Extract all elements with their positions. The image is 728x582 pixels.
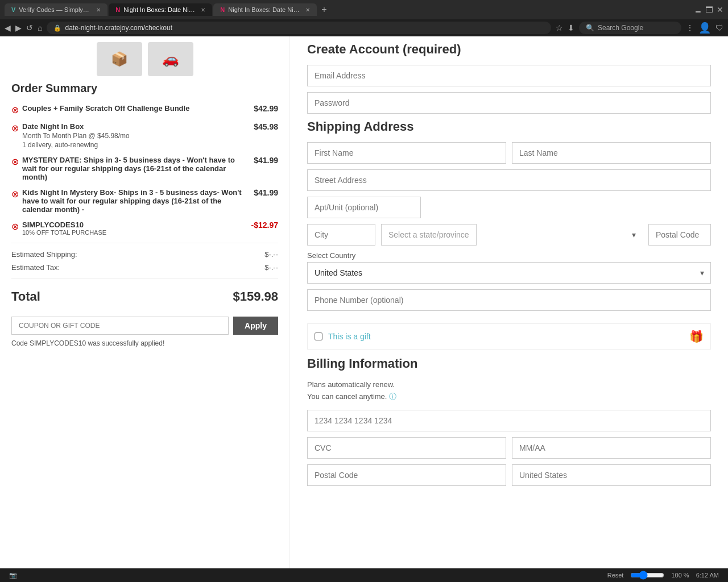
item-2-price: $45.98 xyxy=(254,122,278,131)
country-select[interactable]: United States xyxy=(307,262,711,284)
home-button[interactable]: ⌂ xyxy=(38,23,42,32)
first-name-field[interactable] xyxy=(307,142,506,164)
item-1-price: $42.99 xyxy=(254,104,278,113)
item-4-price: $41.99 xyxy=(254,188,278,197)
estimated-tax-label: Estimated Tax: xyxy=(11,263,60,272)
item-2-sub: Month To Month Plan @ $45.98/mo xyxy=(22,132,249,140)
discount-code: SIMPLYCODES10 xyxy=(22,221,106,229)
estimated-tax-value: $-.-- xyxy=(264,263,278,272)
zoom-slider[interactable] xyxy=(630,571,664,576)
tab-night-boxes-2[interactable]: N Night In Boxes: Date Night... ✕ xyxy=(213,3,317,16)
divider-2 xyxy=(11,278,278,279)
last-name-field[interactable] xyxy=(512,142,711,164)
new-tab-button[interactable]: + xyxy=(318,3,330,16)
password-field[interactable] xyxy=(307,92,711,114)
billing-postal-country-row xyxy=(307,464,711,486)
lock-icon: 🔒 xyxy=(53,24,61,32)
country-select-wrapper: United States xyxy=(307,262,711,284)
status-bar: 📷 Reset 100 % 6:12 AM xyxy=(0,568,728,576)
city-state-postal-row: Select a state/province xyxy=(307,224,711,246)
menu-button[interactable]: ⋮ xyxy=(686,23,694,32)
billing-sub2: You can cancel anytime. xyxy=(307,392,387,401)
name-row xyxy=(307,142,711,164)
search-placeholder: Search Google xyxy=(598,24,643,32)
search-icon: 🔍 xyxy=(586,24,594,32)
email-field[interactable] xyxy=(307,65,711,86)
expiry-field[interactable] xyxy=(512,437,711,459)
total-label: Total xyxy=(11,289,40,304)
time-display: 6:12 AM xyxy=(696,572,719,576)
billing-title: Billing Information xyxy=(307,356,711,371)
search-bar[interactable]: 🔍 Search Google xyxy=(579,22,681,34)
tab-close-night2[interactable]: ✕ xyxy=(305,7,310,13)
close-button[interactable]: ✕ xyxy=(717,5,723,14)
address-bar[interactable]: 🔒 date-night-in.cratejoy.com/checkout xyxy=(47,22,551,34)
tab-favicon-verify: V xyxy=(11,6,15,13)
status-right: Reset 100 % 6:12 AM xyxy=(607,571,719,576)
extension-icon[interactable]: 🛡 xyxy=(715,23,723,32)
apply-button[interactable]: Apply xyxy=(233,317,278,335)
left-panel: 📦 🚗 Order Summary ⊗ Couples + Family Scr… xyxy=(0,36,290,576)
reload-button[interactable]: ↺ xyxy=(26,23,33,32)
tab-verify-codes[interactable]: V Verify Codes — SimplyCod... ✕ xyxy=(5,3,107,16)
card-cvc-expiry-row xyxy=(307,437,711,459)
remove-item-4-icon[interactable]: ⊗ xyxy=(11,189,19,199)
coupon-input[interactable] xyxy=(11,317,229,335)
item-3-price: $41.99 xyxy=(254,156,278,165)
right-panel: Create Account (required) Shipping Addre… xyxy=(290,36,728,576)
gift-row: This is a gift 🎁 xyxy=(307,323,711,350)
card-number-field[interactable] xyxy=(307,410,711,431)
browser-address-bar-row: ◀ ▶ ↺ ⌂ 🔒 date-night-in.cratejoy.com/che… xyxy=(0,19,728,36)
billing-subtitle: Plans automatically renew. You can cance… xyxy=(307,379,711,403)
cvc-field[interactable] xyxy=(307,437,506,459)
reset-label[interactable]: Reset xyxy=(607,572,624,576)
item-1-name: Couples + Family Scratch Off Challenge B… xyxy=(22,104,249,113)
tab-close-verify[interactable]: ✕ xyxy=(96,7,101,13)
street-address-field[interactable] xyxy=(307,169,711,191)
coupon-success-message: Code SIMPLYCODES10 was successfully appl… xyxy=(11,339,278,347)
state-select-wrapper: Select a state/province xyxy=(381,224,643,246)
product-image-1: 📦 xyxy=(97,42,142,76)
apt-field[interactable] xyxy=(307,197,421,218)
discount-amount: -$12.97 xyxy=(251,221,278,230)
camera-icon: 📷 xyxy=(9,572,17,576)
country-row: Select Country United States xyxy=(307,251,711,284)
estimated-tax-row: Estimated Tax: $-.-- xyxy=(11,261,278,274)
forward-button[interactable]: ▶ xyxy=(15,23,22,32)
bookmark-button[interactable]: ☆ xyxy=(556,23,563,32)
gift-checkbox[interactable] xyxy=(315,332,322,340)
order-item-3: ⊗ MYSTERY DATE: Ships in 3- 5 business d… xyxy=(11,156,278,181)
phone-field[interactable] xyxy=(307,289,711,311)
coupon-section: Apply xyxy=(11,317,278,335)
billing-postal-field[interactable] xyxy=(307,464,506,486)
status-left: 📷 xyxy=(9,572,17,576)
zoom-level: 100 % xyxy=(671,572,689,576)
tab-label-night2: Night In Boxes: Date Night... xyxy=(228,6,302,13)
maximize-button[interactable]: 🗖 xyxy=(705,5,713,14)
minimize-button[interactable]: 🗕 xyxy=(694,5,702,14)
remove-item-3-icon[interactable]: ⊗ xyxy=(11,156,19,167)
tab-close-night1[interactable]: ✕ xyxy=(201,7,205,13)
postal-code-field[interactable] xyxy=(648,224,711,246)
total-value: $159.98 xyxy=(233,289,278,304)
billing-country-field[interactable] xyxy=(512,464,711,486)
item-2-name: Date Night In Box xyxy=(22,122,249,131)
download-button[interactable]: ⬇ xyxy=(568,23,574,32)
gift-icon: 🎁 xyxy=(689,330,704,343)
discount-label: 10% OFF TOTAL PURCHASE xyxy=(22,229,106,236)
item-4-name: Kids Night In Mystery Box- Ships in 3 - … xyxy=(22,188,249,214)
cancel-info-link[interactable]: ⓘ xyxy=(389,392,396,401)
remove-discount-icon[interactable]: ⊗ xyxy=(11,221,19,232)
state-select[interactable]: Select a state/province xyxy=(381,224,477,246)
remove-item-1-icon[interactable]: ⊗ xyxy=(11,105,19,115)
item-3-name: MYSTERY DATE: Ships in 3- 5 business day… xyxy=(22,156,249,181)
profile-icon[interactable]: 👤 xyxy=(698,22,711,34)
city-field[interactable] xyxy=(307,224,375,246)
estimated-shipping-value: $-.-- xyxy=(264,250,278,259)
tab-night-boxes-1[interactable]: N Night In Boxes: Date Night... ✕ xyxy=(109,3,212,16)
back-button[interactable]: ◀ xyxy=(5,23,11,32)
tab-label-verify: Verify Codes — SimplyCod... xyxy=(19,6,93,13)
zoom-control xyxy=(630,571,664,576)
discount-item: ⊗ SIMPLYCODES10 10% OFF TOTAL PURCHASE -… xyxy=(11,221,278,236)
remove-item-2-icon[interactable]: ⊗ xyxy=(11,123,19,134)
